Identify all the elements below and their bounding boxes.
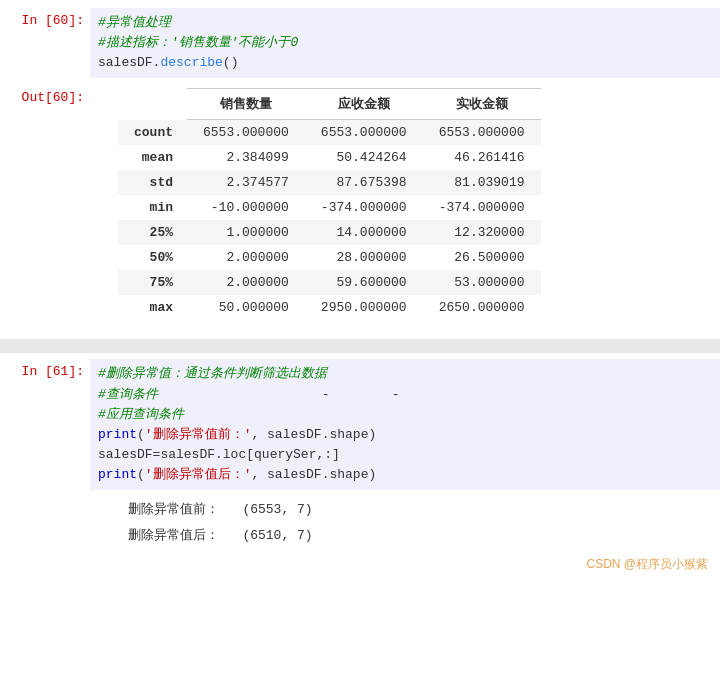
table-cell: 53.000000 bbox=[423, 270, 541, 295]
cell-out-61-content: 删除异常值前： (6553, 7) 删除异常值后： (6510, 7) bbox=[90, 490, 720, 556]
table-cell: 50.424264 bbox=[305, 145, 423, 170]
table-header-sales-qty: 销售数量 bbox=[187, 89, 305, 120]
table-cell: 14.000000 bbox=[305, 220, 423, 245]
table-cell: 50.000000 bbox=[187, 295, 305, 320]
table-cell: 26.500000 bbox=[423, 245, 541, 270]
table-cell: 2.384099 bbox=[187, 145, 305, 170]
table-header-empty bbox=[118, 89, 187, 120]
cell-in-60-content: #异常值处理 #描述指标：'销售数量'不能小于0 salesDF.describ… bbox=[90, 8, 720, 78]
output-before: 删除异常值前： (6553, 7) bbox=[128, 499, 712, 521]
table-cell: 6553.000000 bbox=[187, 120, 305, 146]
cell-out-60-content: 销售数量 应收金额 实收金额 count6553.0000006553.0000… bbox=[90, 80, 720, 333]
table-cell: 81.039019 bbox=[423, 170, 541, 195]
table-cell: 2.000000 bbox=[187, 270, 305, 295]
table-cell: 2650.000000 bbox=[423, 295, 541, 320]
table-cell: 1.000000 bbox=[187, 220, 305, 245]
table-cell: count bbox=[118, 120, 187, 146]
table-cell: 75% bbox=[118, 270, 187, 295]
table-cell: 50% bbox=[118, 245, 187, 270]
table-cell: 2.000000 bbox=[187, 245, 305, 270]
code-61-comment3: #应用查询条件 bbox=[98, 405, 712, 425]
output-after: 删除异常值后： (6510, 7) bbox=[128, 525, 712, 547]
table-header-receivable: 应收金额 bbox=[305, 89, 423, 120]
cell-in-61-label: In [61]: bbox=[0, 359, 90, 490]
table-cell: mean bbox=[118, 145, 187, 170]
code-61-print2: print('删除异常值后：', salesDF.shape) bbox=[98, 465, 712, 485]
table-cell: 59.600000 bbox=[305, 270, 423, 295]
table-cell: 12.320000 bbox=[423, 220, 541, 245]
code-line-comment1: #异常值处理 bbox=[98, 13, 712, 33]
table-cell: std bbox=[118, 170, 187, 195]
table-cell: 46.261416 bbox=[423, 145, 541, 170]
table-cell: -10.000000 bbox=[187, 195, 305, 220]
cell-out-60-label: Out[60]: bbox=[0, 80, 90, 333]
table-cell: min bbox=[118, 195, 187, 220]
code-61-comment1: #删除异常值：通过条件判断筛选出数据 bbox=[98, 364, 712, 384]
cell-out-61-label-empty bbox=[0, 490, 90, 556]
table-cell: 87.675398 bbox=[305, 170, 423, 195]
table-header-actual: 实收金额 bbox=[423, 89, 541, 120]
code-line-describe: salesDF.describe() bbox=[98, 53, 712, 73]
table-cell: max bbox=[118, 295, 187, 320]
cell-in-61-content: #删除异常值：通过条件判断筛选出数据 #查询条件 - - #应用查询条件 pri… bbox=[90, 359, 720, 490]
describe-table: 销售数量 应收金额 实收金额 count6553.0000006553.0000… bbox=[118, 88, 541, 320]
table-cell: 6553.000000 bbox=[305, 120, 423, 146]
table-cell: 2.374577 bbox=[187, 170, 305, 195]
table-cell: 6553.000000 bbox=[423, 120, 541, 146]
code-61-loc: salesDF=salesDF.loc[querySer,:] bbox=[98, 445, 712, 465]
code-line-comment2: #描述指标：'销售数量'不能小于0 bbox=[98, 33, 712, 53]
table-cell: 28.000000 bbox=[305, 245, 423, 270]
code-61-comment2: #查询条件 - - bbox=[98, 385, 712, 405]
table-cell: 2950.000000 bbox=[305, 295, 423, 320]
code-61-print1: print('删除异常值前：', salesDF.shape) bbox=[98, 425, 712, 445]
table-cell: 25% bbox=[118, 220, 187, 245]
watermark: CSDN @程序员小猴紫 bbox=[0, 556, 720, 577]
table-cell: -374.000000 bbox=[305, 195, 423, 220]
table-cell: -374.000000 bbox=[423, 195, 541, 220]
cell-in-60-label: In [60]: bbox=[0, 8, 90, 78]
